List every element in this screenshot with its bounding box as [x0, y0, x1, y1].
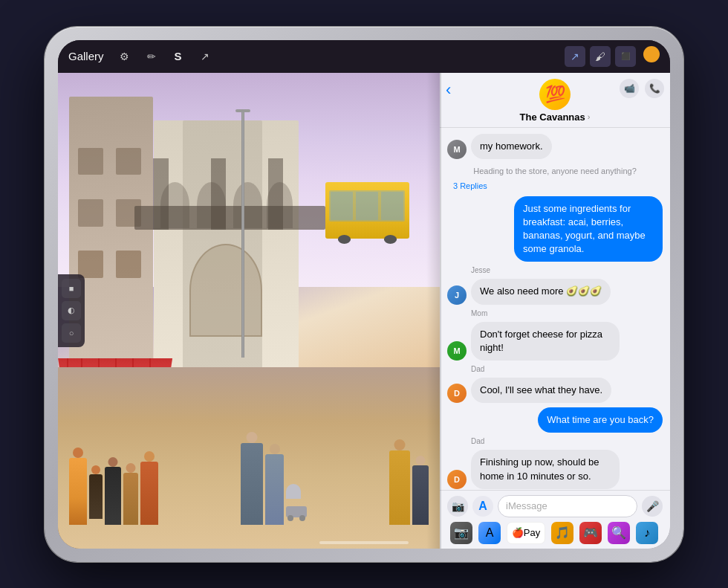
input-placeholder: iMessage	[506, 500, 547, 511]
stroke-tool-icon[interactable]: S	[168, 46, 189, 67]
video-call-button[interactable]: 📹	[620, 79, 639, 98]
apple-pay-icon[interactable]: 🍎Pay	[507, 522, 545, 544]
camera-app-icon[interactable]: 📷	[450, 522, 472, 544]
message-row: D Finishing up now, should be home in 10…	[447, 450, 663, 488]
bridge-rail	[134, 206, 325, 230]
message-input-area: 📷 A iMessage 🎤 📷 A 🍎Pay 🎵 🎮	[440, 490, 670, 549]
pencil-icon[interactable]: ✏	[141, 46, 162, 67]
messages-panel: ‹ 📹 📞 💯 The Cavannas ›	[440, 73, 670, 549]
back-button[interactable]: ‹	[446, 80, 451, 100]
city-scene: ■ ◐ ○	[58, 73, 440, 549]
camera-input-button[interactable]: 📷	[447, 496, 468, 517]
input-row: 📷 A iMessage 🎤	[447, 495, 663, 517]
message-bubble: my homework.	[471, 134, 552, 159]
group-name-row[interactable]: The Cavannas ›	[520, 112, 591, 123]
sender-avatar: D	[447, 384, 467, 403]
sender-name-label: Dad	[471, 437, 663, 445]
search-app-icon[interactable]: 🔍	[608, 522, 630, 544]
message-bubble: We also need more 🥑🥑🥑	[471, 279, 611, 304]
share-icon[interactable]: ↗	[565, 46, 585, 67]
message-bubble: Finishing up now, should be home in 10 m…	[471, 450, 620, 488]
ipad-device: Gallery ⚙ ✏ S ↗ ↗ 🖌 ⬛	[45, 27, 683, 562]
drawing-left-toolbar: ■ ◐ ○	[58, 274, 85, 347]
group-name-chevron: ›	[588, 112, 591, 121]
sender-avatar: M	[447, 341, 467, 361]
thread-replies-link[interactable]: 3 Replies	[453, 181, 663, 190]
sender-name-label: Dad	[471, 365, 663, 373]
message-row: M Don't forget cheese for pizza night!	[447, 322, 663, 361]
system-message: Heading to the store, anyone need anythi…	[447, 167, 663, 175]
message-row: D Cool, I'll see what they have.	[447, 378, 663, 403]
message-text-input[interactable]: iMessage	[498, 495, 637, 517]
home-indicator	[319, 541, 409, 544]
size-tool-btn[interactable]: ○	[62, 323, 81, 343]
opacity-tool-btn[interactable]: ◐	[62, 301, 81, 320]
tram	[325, 182, 409, 239]
user-avatar[interactable]	[643, 46, 660, 62]
messages-header: ‹ 📹 📞 💯 The Cavannas ›	[440, 73, 670, 128]
sender-avatar: J	[447, 285, 467, 305]
arrow-tool-icon[interactable]: ↗	[195, 46, 215, 67]
header-action-icons: 📹 📞	[620, 79, 664, 98]
app-strip: 📷 A 🍎Pay 🎵 🎮 🔍 ♪	[447, 522, 663, 544]
people-group	[58, 263, 440, 525]
music2-icon[interactable]: ♪	[636, 522, 658, 544]
outgoing-message-row: Just some ingredients for breakfast: aca…	[447, 196, 663, 262]
layers-icon[interactable]: ⬛	[615, 46, 636, 67]
gallery-button[interactable]: Gallery	[68, 50, 104, 62]
outgoing-message-row: What time are you back?	[447, 407, 663, 433]
sender-avatar: D	[447, 470, 467, 489]
messages-scroll-area[interactable]: M my homework. Heading to the store, any…	[440, 128, 670, 490]
message-row: M my homework.	[447, 134, 663, 159]
main-content-area: ■ ◐ ○ ‹ 📹 📞 💯	[58, 73, 670, 549]
outgoing-bubble: What time are you back?	[538, 407, 663, 433]
wrench-icon[interactable]: ⚙	[114, 46, 135, 67]
microphone-button[interactable]: 🎤	[642, 496, 663, 517]
message-bubble: Don't forget cheese for pizza night!	[471, 322, 620, 361]
outgoing-bubble: Just some ingredients for breakfast: aca…	[514, 196, 663, 262]
music-icon[interactable]: 🎵	[551, 522, 573, 544]
group-avatar: 💯	[539, 79, 571, 110]
sender-name-label: Jesse	[471, 266, 663, 274]
color-tool-btn[interactable]: ■	[62, 279, 81, 298]
group-name: The Cavannas	[520, 112, 585, 123]
sender-avatar: M	[447, 140, 467, 159]
illustration-canvas[interactable]: ■ ◐ ○	[58, 73, 440, 549]
drawing-app-toolbar: Gallery ⚙ ✏ S ↗ ↗ 🖌 ⬛	[58, 40, 670, 73]
sender-name-label: Mom	[471, 309, 663, 317]
app-store-input-button[interactable]: A	[472, 496, 493, 517]
phone-call-button[interactable]: 📞	[645, 79, 664, 98]
ipad-screen: Gallery ⚙ ✏ S ↗ ↗ 🖌 ⬛	[58, 40, 670, 549]
app-store-icon[interactable]: A	[478, 522, 501, 544]
game-icon[interactable]: 🎮	[579, 522, 602, 544]
message-bubble: Cool, I'll see what they have.	[471, 378, 611, 403]
brush-icon[interactable]: 🖌	[590, 46, 611, 67]
message-row: J We also need more 🥑🥑🥑	[447, 279, 663, 304]
